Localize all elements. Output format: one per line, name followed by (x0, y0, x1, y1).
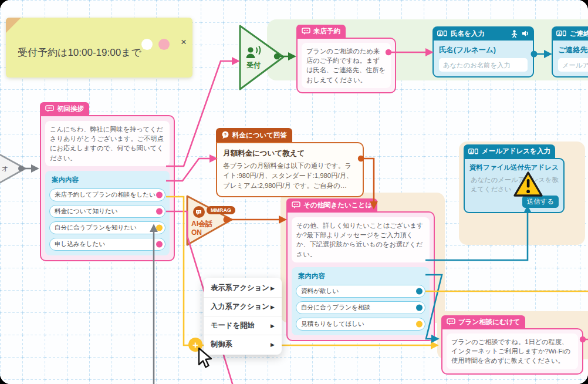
scenario-stub-label-text: オ (2, 164, 8, 173)
svg-text:A: A (470, 149, 473, 153)
ai-node-state: ON (191, 228, 212, 237)
output-port-yellow[interactable] (156, 224, 163, 231)
output-port-yellow[interactable] (416, 321, 423, 327)
menu-item-control[interactable]: 制御系▶ (204, 335, 282, 353)
contact-input-node[interactable]: A ご連絡先 ご連絡先ア (552, 26, 588, 78)
output-port-pink[interactable] (156, 208, 163, 214)
visit-node-message: プランのご相談のため来店のご予約ですね。まずは氏名、ご連絡先、住所をおしえてくだ… (302, 43, 391, 88)
message-bubble-icon (45, 105, 54, 112)
option-price-info[interactable]: 料金について知りたい (49, 205, 165, 218)
output-port-pink[interactable] (156, 241, 163, 247)
other-questions-node[interactable]: その他聞きたいことは その他、詳しく知りたいことはございますか?最下部よりメッセ… (286, 198, 435, 341)
option-consult-plan[interactable]: 自分に合うプランを相談 (296, 301, 425, 314)
ai-conversation-node[interactable]: AI会話 ON (184, 193, 238, 249)
price-node-title: 料金について回答 (232, 131, 287, 140)
form-input-icon: A (556, 31, 566, 36)
option-visit-consult[interactable]: 来店予約してプランの相談をしたい (49, 188, 165, 201)
ai-head-icon (192, 206, 205, 218)
visit-node-title: 来店予約 (313, 27, 340, 36)
menu-item-input-actions[interactable]: 入力系アクション▶ (204, 297, 282, 316)
sticky-note-fold (6, 18, 21, 33)
reception-trigger-node[interactable]: 受付 (237, 22, 289, 94)
menu-item-start-mode[interactable]: モードを開始▶ (204, 316, 282, 335)
ai-node-label: AI会話 (191, 220, 212, 228)
form-input-icon: A (437, 31, 447, 36)
menu-item-display-actions[interactable]: 表示系アクション▶ (204, 279, 282, 297)
message-bubble-icon (447, 318, 455, 325)
sticky-color-white[interactable] (141, 39, 153, 50)
other-node-title: その他聞きたいことは (303, 201, 372, 210)
greeting-node[interactable]: 初回挨拶 こんにちわ、弊社に興味を持ってくださりありがとうございます。ご不明点に… (40, 102, 175, 261)
submenu-arrow-icon: ▶ (271, 285, 275, 291)
plan-node-tab[interactable]: プラン相談にむけて (441, 315, 525, 328)
question-bubble-icon: ? (221, 131, 229, 139)
name-input-node[interactable]: A 氏名を入力 氏名(フルネーム) (432, 26, 534, 78)
contact-field-input[interactable] (558, 58, 588, 72)
mouse-cursor-icon (197, 347, 214, 370)
greeting-section-label: 案内内容 (49, 174, 165, 185)
submenu-arrow-icon: ▶ (271, 342, 275, 348)
submenu-arrow-icon: ▶ (271, 304, 275, 310)
mmrag-badge: MMRAG (207, 206, 235, 214)
output-port-pink[interactable] (156, 191, 163, 198)
option-best-plan[interactable]: 自分に合うプランを知りたい (49, 221, 165, 234)
speaker-icon[interactable] (522, 30, 529, 37)
visit-reservation-node[interactable]: 来店予約 プランのご相談のため来店のご予約ですね。まずは氏名、ご連絡先、住所をお… (296, 25, 396, 93)
output-port-teal[interactable] (416, 304, 423, 311)
name-field-label: 氏名(フルネーム) (439, 45, 528, 55)
contact-field-label: ご連絡先ア (558, 45, 588, 55)
sticky-note[interactable]: × 受付予約は10:00-19:00まで (6, 18, 192, 78)
submenu-arrow-icon: ▶ (271, 323, 275, 329)
flow-canvas[interactable]: オ 受付 来店予約 プランのご相談のため来店のご予約ですね。まずは氏名、ご連絡先… (0, 0, 588, 384)
speaking-person-icon (245, 46, 263, 61)
output-port-teal[interactable] (416, 288, 423, 294)
reception-label: 受付 (246, 61, 261, 70)
warning-icon (512, 170, 544, 198)
price-question: 月額料金について教えて (223, 149, 357, 159)
sticky-color-pink[interactable] (158, 39, 170, 50)
close-icon[interactable]: × (181, 37, 187, 47)
greeting-message: こんにちわ、弊社に興味を持ってくださりありがとうございます。ご不明点にお応えしま… (45, 121, 170, 166)
option-want-docs[interactable]: 資料が欲しい (296, 285, 425, 298)
price-answer: 各プランの月額料金は以下の通りです。ライト:980円/月、スタンダード:1,98… (223, 161, 357, 191)
svg-text:A: A (558, 32, 561, 36)
greeting-node-title: 初回挨拶 (57, 105, 84, 113)
visit-node-tab[interactable]: 来店予約 (296, 25, 346, 38)
option-estimate[interactable]: 見積もりをしてほしい (296, 318, 425, 331)
other-section-label: 案内内容 (296, 271, 425, 281)
sticky-note-text: 受付予約は10:00-19:00まで (18, 46, 141, 59)
price-node-tab[interactable]: ? 料金について回答 (216, 128, 292, 142)
plan-message: プランのご相談ですね。1日どの程度、インターネットご利用しますか?Wi-Fiの使… (447, 334, 578, 369)
email-node-title: メールアドレスを入力 (482, 147, 550, 156)
context-menu: 表示系アクション▶ 入力系アクション▶ モードを開始▶ 制御系▶ (204, 278, 282, 355)
form-input-icon: A (468, 149, 478, 154)
plan-consult-node[interactable]: プラン相談にむけて プランのご相談ですね。1日どの程度、インターネットご利用しま… (441, 315, 583, 375)
greeting-node-tab[interactable]: 初回挨拶 (40, 102, 89, 115)
option-apply[interactable]: 申し込みをしたい (49, 238, 165, 251)
plan-node-title: プラン相談にむけて (458, 318, 520, 326)
message-bubble-icon (292, 201, 300, 208)
name-field-input[interactable] (439, 58, 528, 72)
svg-text:A: A (439, 32, 442, 36)
other-node-tab[interactable]: その他聞きたいことは (286, 198, 377, 211)
name-node-title: 氏名を入力 (451, 29, 485, 38)
message-bubble-icon (302, 28, 310, 35)
person-icon[interactable] (511, 30, 518, 38)
contact-node-title: ご連絡先 (570, 29, 588, 38)
price-answer-node[interactable]: ? 料金について回答 月額料金について教えて 各プランの月額料金は以下の通りです… (216, 128, 364, 197)
svg-text:?: ? (224, 132, 227, 137)
other-message: その他、詳しく知りたいことはございますか?最下部よりメッセージをご入力頂くか、下… (292, 217, 430, 262)
